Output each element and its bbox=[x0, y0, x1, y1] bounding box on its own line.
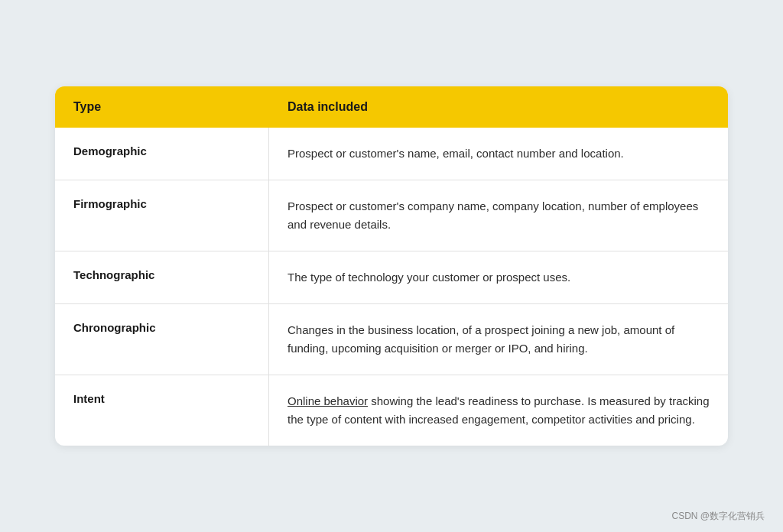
type-demographic: Demographic bbox=[55, 128, 269, 180]
type-technographic: Technographic bbox=[55, 251, 269, 303]
type-intent: Intent bbox=[55, 375, 269, 446]
page-container: Type Data included Demographic Prospect … bbox=[0, 0, 783, 532]
table-row: Chronographic Changes in the business lo… bbox=[55, 304, 728, 375]
data-intent: Online behavior showing the lead's readi… bbox=[269, 375, 728, 446]
online-behavior-link[interactable]: Online behavior bbox=[288, 394, 368, 407]
table-row: Firmographic Prospect or customer's comp… bbox=[55, 180, 728, 251]
header-type: Type bbox=[55, 86, 269, 128]
table-header: Type Data included bbox=[55, 86, 728, 128]
data-chronographic: Changes in the business location, of a p… bbox=[269, 304, 728, 375]
data-technographic: The type of technology your customer or … bbox=[269, 251, 728, 303]
table-body: Demographic Prospect or customer's name,… bbox=[55, 128, 728, 446]
table-row: Intent Online behavior showing the lead'… bbox=[55, 375, 728, 446]
header-data: Data included bbox=[269, 86, 728, 128]
type-chronographic: Chronographic bbox=[55, 304, 269, 375]
table-wrapper: Type Data included Demographic Prospect … bbox=[55, 86, 728, 446]
table-row: Demographic Prospect or customer's name,… bbox=[55, 128, 728, 180]
watermark: CSDN @数字化营销兵 bbox=[671, 510, 765, 523]
data-firmographic: Prospect or customer's company name, com… bbox=[269, 180, 728, 251]
table-row: Technographic The type of technology you… bbox=[55, 251, 728, 304]
type-firmographic: Firmographic bbox=[55, 180, 269, 251]
data-demographic: Prospect or customer's name, email, cont… bbox=[269, 128, 728, 180]
